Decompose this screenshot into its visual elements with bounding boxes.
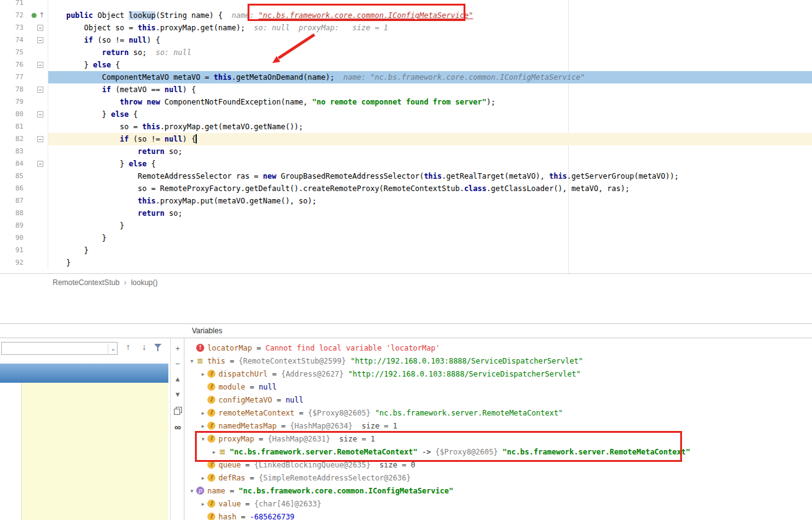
gutter[interactable] — [25, 96, 48, 108]
down-icon[interactable]: ↓ — [139, 342, 150, 352]
line-number[interactable]: 73 — [0, 22, 25, 34]
copy-icon[interactable] — [171, 406, 184, 415]
line-number[interactable]: 76 — [0, 59, 25, 71]
chevron-right-icon[interactable]: ▸ — [199, 475, 207, 481]
breadcrumb-method[interactable]: lookup() — [131, 278, 157, 287]
code-line[interactable]: 89 } — [0, 220, 812, 232]
add-icon[interactable]: + — [171, 344, 184, 353]
line-number[interactable]: 88 — [0, 207, 25, 220]
gutter[interactable] — [25, 220, 48, 232]
variable-row[interactable]: fhash = -685626739 — [185, 510, 812, 520]
chevron-down-icon[interactable]: ▾ — [199, 436, 207, 442]
line-number[interactable]: 87 — [0, 195, 25, 207]
variable-row[interactable]: fconfigMetaVO = null — [185, 393, 812, 406]
line-number[interactable]: 71 — [0, 0, 25, 9]
variable-row[interactable]: ▾fproxyMap = {HashMap@2631} size = 1 — [185, 432, 812, 445]
variable-row[interactable]: ▸fnamedMetasMap = {HashMap@2634} size = … — [185, 419, 812, 432]
code-line[interactable]: 76− } else { — [0, 59, 812, 71]
scroll-up-icon[interactable]: ▴ — [171, 375, 184, 383]
line-number[interactable]: 72 — [0, 9, 25, 22]
chevron-right-icon[interactable]: ▸ — [199, 501, 207, 507]
debugger-combo[interactable]: ⌄ — [1, 342, 118, 355]
gutter[interactable] — [25, 145, 48, 158]
fold-icon[interactable]: − — [37, 161, 43, 167]
fold-icon[interactable]: − — [37, 25, 43, 31]
code-line[interactable]: 85 RemoteAddressSelector ras = new Group… — [0, 170, 812, 182]
chevron-right-icon[interactable]: ▸ — [199, 371, 207, 377]
remove-icon[interactable]: − — [171, 360, 184, 369]
gutter[interactable] — [25, 71, 48, 83]
code-line[interactable]: 78− if (metaVO == null) { — [0, 83, 812, 96]
code-line[interactable]: 92 } — [0, 257, 812, 269]
variable-row[interactable]: ▸fdefRas = {SimpleRemoteAddressSelector@… — [185, 471, 812, 484]
mute-renderers-icon[interactable]: ∞ — [171, 423, 184, 432]
gutter[interactable]: − — [25, 133, 48, 145]
fold-icon[interactable]: − — [37, 136, 43, 142]
fold-icon[interactable]: − — [37, 87, 43, 93]
variable-row[interactable]: fqueue = {LinkedBlockingQueue@2635} size… — [185, 458, 812, 471]
line-number[interactable]: 82 — [0, 133, 25, 145]
line-number[interactable]: 77 — [0, 71, 25, 83]
breadcrumb-class[interactable]: RemoteContextStub — [53, 278, 119, 287]
code-line[interactable]: 80− } else { — [0, 108, 812, 121]
code-line[interactable]: 72↑ public Object lookup(String name) { … — [0, 9, 812, 22]
variable-row[interactable]: !locatorMap = Cannot find local variable… — [185, 341, 812, 354]
filter-icon[interactable] — [153, 343, 163, 353]
gutter[interactable] — [25, 170, 48, 182]
gutter[interactable] — [25, 46, 48, 59]
gutter[interactable] — [25, 207, 48, 220]
chevron-down-icon[interactable]: ▾ — [188, 488, 196, 494]
gutter[interactable] — [25, 244, 48, 257]
line-number[interactable]: 92 — [0, 257, 25, 269]
gutter[interactable]: − — [25, 22, 48, 34]
up-icon[interactable]: ↑ — [123, 342, 134, 352]
line-number[interactable]: 74 — [0, 34, 25, 46]
gutter[interactable]: − — [25, 59, 48, 71]
gutter[interactable]: − — [25, 158, 48, 170]
line-number[interactable]: 75 — [0, 46, 25, 59]
gutter[interactable]: ↑ — [25, 9, 48, 22]
chevron-down-icon[interactable]: ▾ — [188, 358, 196, 364]
code-line[interactable]: 81 so = this.proxyMap.get(metaVO.getName… — [0, 121, 812, 133]
line-number[interactable]: 85 — [0, 170, 25, 182]
gutter[interactable] — [25, 195, 48, 207]
scroll-down-icon[interactable]: ▾ — [171, 390, 184, 399]
fold-icon[interactable]: − — [37, 62, 43, 68]
gutter[interactable]: − — [25, 34, 48, 46]
code-line[interactable]: 91 } — [0, 244, 812, 257]
line-number[interactable]: 90 — [0, 232, 25, 244]
code-line[interactable]: 79 throw new ComponentNotFoundException(… — [0, 96, 812, 108]
code-line[interactable]: 75 return so; so: null — [0, 46, 812, 59]
variable-row[interactable]: ▸fremoteMetaContext = {$Proxy8@2605} "nc… — [185, 406, 812, 419]
gutter[interactable]: − — [25, 83, 48, 96]
code-line[interactable]: 83 return so; — [0, 145, 812, 158]
chevron-right-icon[interactable]: ▸ — [199, 410, 207, 416]
chevron-down-icon[interactable]: ⌄ — [108, 344, 116, 354]
variable-row[interactable]: ▸≡"nc.bs.framework.server.RemoteMetaCont… — [185, 445, 812, 458]
gutter[interactable] — [25, 0, 48, 9]
fold-icon[interactable]: − — [37, 37, 43, 43]
chevron-right-icon[interactable]: ▸ — [199, 423, 207, 429]
code-line[interactable]: 77 ComponentMetaVO metaVO = this.getMeta… — [0, 71, 812, 83]
gutter[interactable]: − — [25, 108, 48, 121]
code-line[interactable]: 82− if (so != null) { — [0, 133, 812, 145]
code-line[interactable]: 84− } else { — [0, 158, 812, 170]
code-editor[interactable]: 7172↑ public Object lookup(String name) … — [0, 0, 812, 274]
code-line[interactable]: 73− Object so = this.proxyMap.get(name);… — [0, 22, 812, 34]
chevron-right-icon[interactable]: ▸ — [210, 449, 218, 455]
line-number[interactable]: 83 — [0, 145, 25, 158]
line-number[interactable]: 89 — [0, 220, 25, 232]
gutter[interactable] — [25, 232, 48, 244]
line-number[interactable]: 81 — [0, 121, 25, 133]
gutter[interactable] — [25, 121, 48, 133]
code-line[interactable]: 74− if (so != null) { — [0, 34, 812, 46]
line-number[interactable]: 91 — [0, 244, 25, 257]
override-arrow-icon[interactable]: ↑ — [39, 9, 45, 22]
variable-row[interactable]: ▸fvalue = {char[46]@2633} — [185, 497, 812, 510]
line-number[interactable]: 80 — [0, 108, 25, 121]
line-number[interactable]: 84 — [0, 158, 25, 170]
variable-row[interactable]: fmodule = null — [185, 380, 812, 393]
variable-row[interactable]: ▾≡this = {RemoteContextStub@2599} "http:… — [185, 354, 812, 367]
gutter[interactable] — [25, 182, 48, 195]
fold-icon[interactable]: − — [37, 111, 43, 117]
